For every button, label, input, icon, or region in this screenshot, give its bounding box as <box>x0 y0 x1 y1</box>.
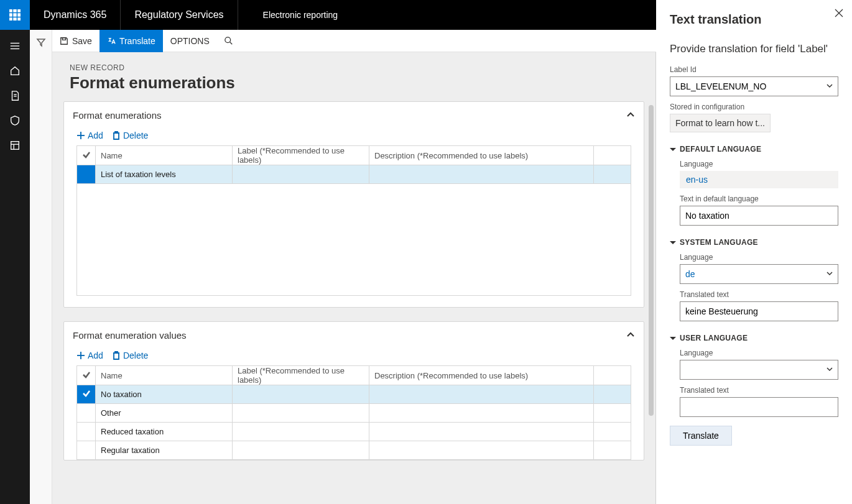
cell-desc[interactable] <box>369 385 594 404</box>
system-text-label: Translated text <box>680 290 838 299</box>
left-rail <box>0 30 30 504</box>
grid-row[interactable]: No taxation <box>77 385 631 404</box>
panel-subtitle: Provide translation for field 'Label' <box>670 43 838 55</box>
nav-menu-button[interactable] <box>0 34 30 58</box>
user-text-input[interactable] <box>680 397 838 417</box>
cell-label[interactable] <box>233 423 369 441</box>
cell-label[interactable] <box>233 441 369 460</box>
svg-line-29 <box>230 42 233 44</box>
svg-rect-27 <box>62 37 65 40</box>
cell-name[interactable]: No taxation <box>96 385 233 404</box>
cell-name[interactable]: Reduced taxation <box>96 423 233 441</box>
scrollbar[interactable] <box>649 105 654 416</box>
select-all-checkbox[interactable] <box>77 146 96 165</box>
add-button[interactable]: Add <box>76 351 103 360</box>
home-icon <box>9 65 21 76</box>
save-icon <box>60 37 68 45</box>
values-grid: Name Label (*Recommended to use labels) … <box>76 365 631 460</box>
row-checkbox[interactable] <box>77 423 96 441</box>
grid-header-row: Name Label (*Recommended to use labels) … <box>77 146 631 165</box>
grid-row[interactable]: Other <box>77 404 631 423</box>
svg-rect-6 <box>9 18 12 21</box>
col-label[interactable]: Label (*Recommended to use labels) <box>233 366 369 385</box>
svg-rect-0 <box>9 9 12 12</box>
col-name[interactable]: Name <box>96 146 233 165</box>
nav-home-button[interactable] <box>0 58 30 83</box>
row-checkbox[interactable] <box>77 441 96 460</box>
delete-button[interactable]: Delete <box>112 351 148 360</box>
cell-desc[interactable] <box>369 165 594 184</box>
options-button[interactable]: OPTIONS <box>163 30 217 52</box>
nav-workspace-button[interactable] <box>0 108 30 133</box>
default-text-label: Text in default language <box>680 195 838 203</box>
translate-button[interactable]: Translate <box>100 30 163 52</box>
row-checkbox[interactable] <box>77 165 96 184</box>
default-text-input[interactable] <box>680 206 838 226</box>
select-all-checkbox[interactable] <box>77 366 96 385</box>
save-button[interactable]: Save <box>52 30 100 52</box>
add-button[interactable]: Add <box>76 131 103 140</box>
section-header[interactable]: Format enumeration values <box>64 322 644 348</box>
svg-rect-2 <box>18 9 21 12</box>
default-lang-header[interactable]: DEFAULT LANGUAGE <box>670 145 838 153</box>
grid-header-row: Name Label (*Recommended to use labels) … <box>77 366 631 385</box>
system-lang-input[interactable] <box>680 264 838 284</box>
svg-rect-8 <box>18 18 21 21</box>
breadcrumb: NEW RECORD <box>70 63 638 72</box>
brand-label: Dynamics 365 <box>30 0 121 30</box>
search-icon <box>225 37 233 45</box>
user-lang-header[interactable]: USER LANGUAGE <box>670 334 838 342</box>
trash-icon <box>112 131 121 140</box>
col-desc[interactable]: Description (*Recommended to use labels) <box>369 366 594 385</box>
user-lang-label: Language <box>680 349 838 357</box>
delete-button[interactable]: Delete <box>112 131 148 140</box>
label-id-input[interactable] <box>670 76 838 96</box>
waffle-icon <box>9 9 21 21</box>
translation-panel: Text translation Provide translation for… <box>656 0 852 504</box>
default-lang-label: Language <box>680 160 838 168</box>
nav-module-button[interactable] <box>0 133 30 158</box>
delete-label: Delete <box>123 351 148 360</box>
stored-value: Format to learn how t... <box>670 114 771 132</box>
nav-recent-button[interactable] <box>0 83 30 108</box>
grid-row[interactable]: Reduced taxation <box>77 423 631 441</box>
grid-row[interactable]: Regular taxation <box>77 441 631 460</box>
user-lang-input[interactable] <box>680 360 838 380</box>
row-checkbox[interactable] <box>77 385 96 404</box>
cell-label[interactable] <box>233 404 369 423</box>
row-checkbox[interactable] <box>77 404 96 423</box>
cell-name[interactable]: Other <box>96 404 233 423</box>
format-enumerations-section: Format enumerations Add Delete Name Labe… <box>63 101 644 308</box>
svg-rect-24 <box>11 142 19 150</box>
system-lang-header[interactable]: SYSTEM LANGUAGE <box>670 238 838 247</box>
col-name[interactable]: Name <box>96 366 233 385</box>
translate-submit-button[interactable]: Translate <box>670 426 732 446</box>
panel-title: Text translation <box>670 12 838 27</box>
cell-name[interactable]: List of taxation levels <box>96 165 233 184</box>
add-label: Add <box>88 351 103 360</box>
col-spacer <box>594 366 631 385</box>
app-launcher-button[interactable] <box>0 0 30 30</box>
label-id-label: Label Id <box>670 65 838 74</box>
cell-label[interactable] <box>233 385 369 404</box>
system-text-input[interactable] <box>680 301 838 321</box>
filter-column[interactable] <box>30 30 52 504</box>
col-label[interactable]: Label (*Recommended to use labels) <box>233 146 369 165</box>
default-lang-value[interactable]: en-us <box>680 171 838 188</box>
action-search-button[interactable] <box>217 30 241 52</box>
svg-rect-5 <box>18 14 21 16</box>
section-title: Format enumeration values <box>73 330 187 341</box>
cell-spacer <box>594 385 631 404</box>
grid-row[interactable]: List of taxation levels <box>77 165 631 184</box>
close-icon <box>835 9 843 17</box>
caret-icon <box>670 239 676 245</box>
cell-name[interactable]: Regular taxation <box>96 441 233 460</box>
hamburger-icon <box>9 40 21 52</box>
options-label: OPTIONS <box>170 36 210 46</box>
section-header[interactable]: Format enumerations <box>64 102 644 128</box>
close-panel-button[interactable] <box>835 9 843 19</box>
cell-label[interactable] <box>233 165 369 184</box>
cell-spacer <box>594 165 631 184</box>
add-label: Add <box>88 131 103 140</box>
col-desc[interactable]: Description (*Recommended to use labels) <box>369 146 594 165</box>
